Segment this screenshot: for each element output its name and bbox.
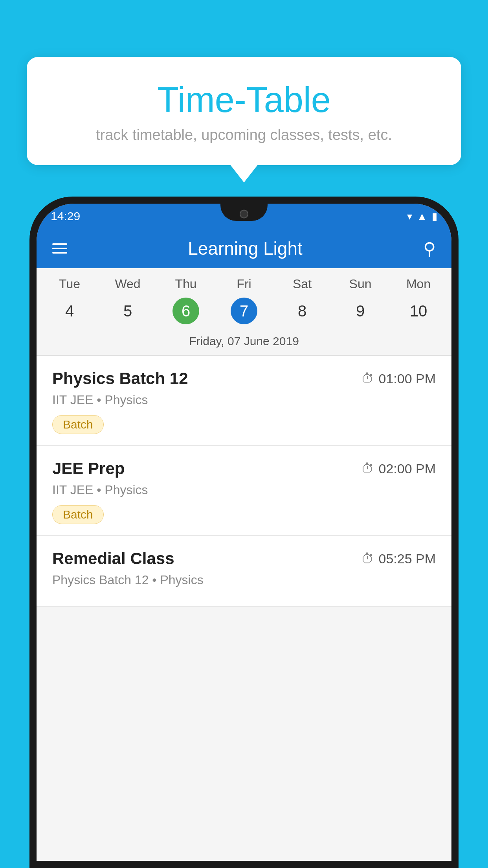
status-bar: 14:29 ▾ ▲ ▮ [37,204,451,229]
status-time: 14:29 [51,210,80,223]
date-5[interactable]: 5 [99,298,157,324]
day-thu: Thu [157,277,215,291]
tooltip-title: Time-Table [46,81,442,120]
schedule-item-2-header: JEE Prep ⏱ 02:00 PM [52,459,436,478]
schedule-container: Physics Batch 12 ⏱ 01:00 PM IIT JEE • Ph… [37,356,451,607]
tooltip-card: Time-Table track timetable, upcoming cla… [27,57,461,165]
schedule-item-3-time-container: ⏱ 05:25 PM [361,551,436,566]
schedule-item-2-time-container: ⏱ 02:00 PM [361,461,436,476]
schedule-item-jee-prep[interactable]: JEE Prep ⏱ 02:00 PM IIT JEE • Physics Ba… [37,446,451,536]
schedule-item-1-title: Physics Batch 12 [52,369,188,388]
notch [220,204,268,221]
hamburger-menu[interactable] [52,243,67,254]
selected-date-label: Friday, 07 June 2019 [37,331,451,355]
day-sun: Sun [331,277,389,291]
app-title: Learning Light [188,238,303,259]
date-6-today[interactable]: 6 [157,298,215,324]
phone-screen: 14:29 ▾ ▲ ▮ Learning Light ⚲ Tue [37,204,451,861]
days-header: Tue Wed Thu Fri Sat Sun Mon [37,268,451,294]
wifi-icon: ▾ [407,210,412,223]
date-7-selected[interactable]: 7 [215,298,273,324]
day-mon: Mon [389,277,448,291]
schedule-item-3-subtitle: Physics Batch 12 • Physics [52,573,436,587]
date-10[interactable]: 10 [389,298,448,324]
camera [240,210,248,218]
battery-icon: ▮ [432,210,437,223]
date-4[interactable]: 4 [40,298,99,324]
schedule-item-1-subtitle: IIT JEE • Physics [52,393,436,407]
date-8[interactable]: 8 [273,298,331,324]
schedule-item-2-badge: Batch [52,505,104,524]
tooltip-subtitle: track timetable, upcoming classes, tests… [46,127,442,143]
dates-row: 4 5 6 7 8 9 10 [37,294,451,331]
schedule-item-1-header: Physics Batch 12 ⏱ 01:00 PM [52,369,436,388]
clock-icon-2: ⏱ [361,461,374,476]
app-header: Learning Light ⚲ [37,229,451,268]
phone-mockup: 14:29 ▾ ▲ ▮ Learning Light ⚲ Tue [29,197,459,868]
schedule-item-2-title: JEE Prep [52,459,125,478]
schedule-item-2-time: 02:00 PM [378,461,436,476]
clock-icon-1: ⏱ [361,371,374,386]
schedule-item-2-subtitle: IIT JEE • Physics [52,483,436,497]
day-tue: Tue [40,277,99,291]
date-9[interactable]: 9 [331,298,389,324]
signal-icon: ▲ [417,210,427,223]
hamburger-line-3 [52,252,67,254]
search-icon[interactable]: ⚲ [423,239,436,259]
schedule-item-3-title: Remedial Class [52,549,174,568]
day-sat: Sat [273,277,331,291]
schedule-item-remedial[interactable]: Remedial Class ⏱ 05:25 PM Physics Batch … [37,536,451,607]
schedule-item-1-badge: Batch [52,415,104,434]
schedule-item-3-header: Remedial Class ⏱ 05:25 PM [52,549,436,568]
hamburger-line-2 [52,248,67,249]
day-fri: Fri [215,277,273,291]
schedule-item-1-time-container: ⏱ 01:00 PM [361,371,436,386]
schedule-item-physics-batch-12[interactable]: Physics Batch 12 ⏱ 01:00 PM IIT JEE • Ph… [37,356,451,446]
calendar-section: Tue Wed Thu Fri Sat Sun Mon 4 5 6 [37,268,451,355]
schedule-item-3-time: 05:25 PM [378,551,436,566]
schedule-item-1-time: 01:00 PM [378,371,436,386]
hamburger-line-1 [52,243,67,245]
day-wed: Wed [99,277,157,291]
status-icons: ▾ ▲ ▮ [407,210,437,223]
clock-icon-3: ⏱ [361,551,374,566]
